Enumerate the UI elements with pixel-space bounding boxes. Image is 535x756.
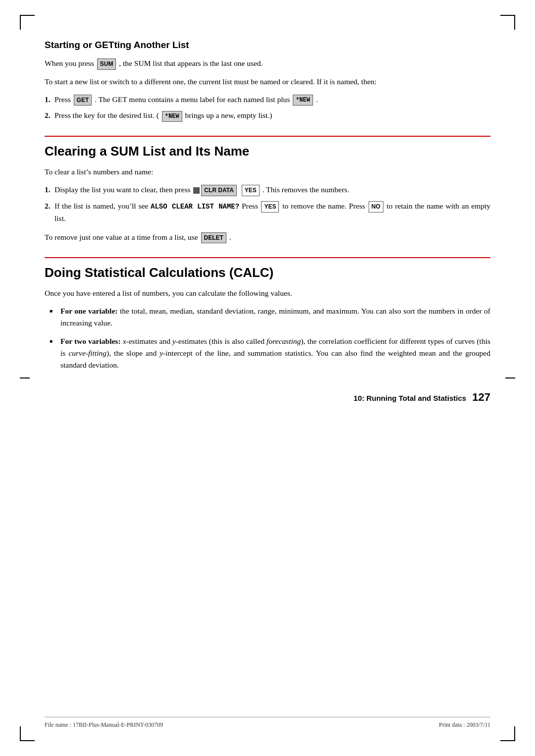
corner-mark-bl xyxy=(20,726,35,741)
new-key2: *NEW xyxy=(162,111,182,122)
bullet2-text: x-estimates and y-estimates (this is als… xyxy=(60,337,490,369)
forecasting-italic: forecasting xyxy=(267,337,301,345)
get-key: GET xyxy=(74,95,92,106)
section3-bullets: For one variable: the total, mean, media… xyxy=(45,305,490,371)
section-calc: Doing Statistical Calculations (CALC) On… xyxy=(45,257,490,371)
also-clear-mono: ALSO CLEAR LIST NAME? xyxy=(151,203,239,211)
bullet1-bold: For one variable: xyxy=(60,307,117,315)
section2-steps: 1. Display the list you want to clear, t… xyxy=(45,184,490,224)
step1-pre: Press xyxy=(54,95,71,104)
clr-icon xyxy=(193,187,200,194)
section3-intro: Once you have entered a list of numbers,… xyxy=(45,287,490,299)
page-number-section: 10: Running Total and Statistics 127 xyxy=(45,391,490,404)
step2-pre: Press the key for the desired list. ( xyxy=(54,111,159,119)
sum-key: SUM xyxy=(97,58,116,70)
section-getting-list-title: Starting or GETting Another List xyxy=(45,40,490,51)
section1-step2: 2. Press the key for the desired list. (… xyxy=(45,109,490,122)
section1-para1-rest: , the SUM list that appears is the last … xyxy=(119,59,263,67)
section1-steps: 1. Press GET . The GET menu contains a m… xyxy=(45,94,490,122)
clr-data-combo: CLR DATA xyxy=(193,185,238,196)
remove-end: . xyxy=(229,233,231,241)
s2-step2-num: 2. xyxy=(45,200,51,212)
section3-bullet2: For two variables: x-estimates and y-est… xyxy=(50,335,490,371)
s2-step1-rest: . This removes the numbers. xyxy=(263,185,349,194)
corner-mark-br xyxy=(500,726,515,741)
footer-print: Print data : 2003/7/11 xyxy=(439,721,490,729)
section1-para2: To start a new list or switch to a diffe… xyxy=(45,76,490,88)
delet-key: DELET xyxy=(201,232,226,244)
s2-step2-pre2: Press xyxy=(242,202,258,210)
section2-step2: 2. If the list is named, you’ll see ALSO… xyxy=(45,200,490,224)
section-getting-list: Starting or GETting Another List When yo… xyxy=(45,40,490,122)
y-italic: y xyxy=(172,337,176,345)
curve-fitting-italic: curve-fitting xyxy=(68,349,107,357)
yes-key1: YES xyxy=(242,185,260,196)
side-mark-left xyxy=(20,378,30,378)
page-footer: File name : 17BII-Plus-Manual-E-PRINT-03… xyxy=(45,717,490,729)
page-num: 127 xyxy=(472,391,490,403)
s2-step2-mid: to remove the name. Press xyxy=(282,202,365,210)
corner-mark-tl xyxy=(20,15,35,30)
new-key1: *NEW xyxy=(293,95,313,106)
main-content: Starting or GETting Another List When yo… xyxy=(45,40,490,404)
step2-num: 2. xyxy=(45,109,51,121)
no-key: NO xyxy=(369,201,383,213)
clr-data-key: CLR DATA xyxy=(201,185,237,196)
s2-step1-pre: Display the list you want to clear, then… xyxy=(54,185,190,194)
corner-mark-tr xyxy=(500,15,515,30)
section-clearing: Clearing a SUM List and Its Name To clea… xyxy=(45,136,490,243)
step1-num: 1. xyxy=(45,94,51,106)
section1-step1: 1. Press GET . The GET menu contains a m… xyxy=(45,94,490,106)
footer-file: File name : 17BII-Plus-Manual-E-PRINT-03… xyxy=(45,721,163,729)
section1-para1: When you press SUM , the SUM list that a… xyxy=(45,57,490,70)
step1-end: . xyxy=(316,95,318,104)
section3-bullet1: For one variable: the total, mean, media… xyxy=(50,305,490,329)
section2-step1: 1. Display the list you want to clear, t… xyxy=(45,184,490,196)
side-mark-right xyxy=(505,378,515,378)
section-calc-title: Doing Statistical Calculations (CALC) xyxy=(45,265,490,280)
x-italic: x xyxy=(123,337,126,345)
s2-step2-pre: If the list is named, you’ll see xyxy=(54,202,148,210)
step1-rest: . The GET menu contains a menu label for… xyxy=(95,95,290,104)
yes-key2: YES xyxy=(261,201,279,213)
section-clearing-title: Clearing a SUM List and Its Name xyxy=(45,144,490,159)
bullet1-rest: the total, mean, median, standard deviat… xyxy=(60,307,490,327)
bullet2-bold: For two variables: xyxy=(60,337,121,345)
section2-intro: To clear a list’s numbers and name: xyxy=(45,166,490,178)
section2-remove-para: To remove just one value at a time from … xyxy=(45,231,490,244)
chapter-label: 10: Running Total and Statistics xyxy=(354,394,466,402)
s2-step1-num: 1. xyxy=(45,184,51,196)
page: Starting or GETting Another List When yo… xyxy=(0,0,535,756)
step2-rest: brings up a new, empty list.) xyxy=(185,111,272,119)
section1-para1-text: When you press xyxy=(45,59,94,67)
remove-text: To remove just one value at a time from … xyxy=(45,233,198,241)
